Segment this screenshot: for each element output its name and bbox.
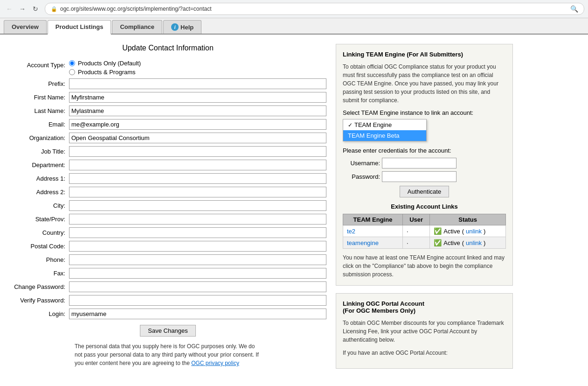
table-header-user: User bbox=[403, 214, 430, 225]
dropdown-item-team-engine[interactable]: ✓ TEAM Engine bbox=[343, 119, 426, 130]
state-field bbox=[69, 214, 326, 225]
organization-row: Organization: bbox=[9, 133, 326, 143]
last-name-row: Last Name: bbox=[9, 105, 326, 116]
account-table: TEAM Engine User Status te2 · ✅ bbox=[343, 214, 506, 249]
user-cell-te2: · bbox=[403, 225, 430, 237]
verify-password-input[interactable] bbox=[69, 295, 326, 306]
radio-products-programs-input[interactable] bbox=[69, 69, 75, 75]
status-cell-teamengine: ✅ Active (unlink) bbox=[430, 237, 506, 249]
team-engine-bottom-text: You now have at least one TEAM Engine ac… bbox=[343, 253, 506, 279]
phone-input[interactable] bbox=[69, 254, 326, 265]
first-name-row: First Name: bbox=[9, 92, 326, 103]
address-bar[interactable]: 🔒 ogc.org/sites/www.ogc.org/scripts/impl… bbox=[45, 3, 584, 15]
te2-link[interactable]: te2 bbox=[347, 228, 355, 235]
organization-input[interactable] bbox=[69, 133, 326, 143]
last-name-field bbox=[69, 105, 326, 116]
password-input[interactable] bbox=[382, 171, 457, 182]
login-row: Login: bbox=[9, 309, 326, 319]
organization-field bbox=[69, 133, 326, 143]
department-field bbox=[69, 160, 326, 170]
privacy-link[interactable]: OGC privacy policy bbox=[191, 360, 239, 366]
job-title-input[interactable] bbox=[69, 146, 326, 157]
country-row: Country: bbox=[9, 227, 326, 238]
city-row: City: bbox=[9, 200, 326, 211]
tab-compliance[interactable]: Compliance bbox=[112, 20, 162, 34]
engine-cell-te2: te2 bbox=[343, 225, 403, 237]
unlink-teamengine[interactable]: unlink bbox=[466, 239, 482, 246]
verify-password-field bbox=[69, 295, 326, 306]
credentials-label: Please enter credentials for the account… bbox=[343, 147, 506, 154]
state-label: State/Prov: bbox=[9, 214, 65, 223]
main-content: Update Contact Information Account Type:… bbox=[0, 35, 588, 386]
postal-code-label: Postal Code: bbox=[9, 241, 65, 250]
city-input[interactable] bbox=[69, 200, 326, 211]
nav-buttons: ← → ↻ bbox=[4, 3, 41, 14]
email-row: Email: bbox=[9, 119, 326, 130]
tab-overview[interactable]: Overview bbox=[4, 20, 47, 34]
radio-products-only-input[interactable] bbox=[69, 60, 75, 66]
fax-row: Fax: bbox=[9, 268, 326, 279]
first-name-input[interactable] bbox=[69, 92, 326, 103]
organization-label: Organization: bbox=[9, 133, 65, 141]
job-title-label: Job Title: bbox=[9, 146, 65, 155]
login-input[interactable] bbox=[69, 309, 326, 319]
back-button[interactable]: ← bbox=[4, 3, 15, 14]
fax-input[interactable] bbox=[69, 268, 326, 279]
address2-input[interactable] bbox=[69, 187, 326, 197]
change-password-field bbox=[69, 281, 326, 292]
tab-product-listings[interactable]: Product Listings bbox=[48, 20, 111, 35]
existing-accounts-title: Existing Account Links bbox=[343, 203, 506, 210]
radio-products-programs[interactable]: Products & Programs bbox=[69, 69, 326, 76]
table-row: teamengine · ✅ Active (unlink) bbox=[343, 237, 506, 249]
change-password-input[interactable] bbox=[69, 281, 326, 292]
url-text: ogc.org/sites/www.ogc.org/scripts/implem… bbox=[60, 6, 211, 12]
ogc-portal-desc: To obtain OGC Member discounts for you c… bbox=[343, 319, 506, 344]
username-input[interactable] bbox=[382, 158, 457, 168]
team-engine-title: Linking TEAM Engine (For All Submitters) bbox=[343, 51, 506, 58]
job-title-row: Job Title: bbox=[9, 146, 326, 157]
reload-button[interactable]: ↻ bbox=[30, 3, 41, 14]
prefix-row: Prefix: bbox=[9, 78, 326, 89]
state-input[interactable] bbox=[69, 214, 326, 225]
last-name-input[interactable] bbox=[69, 105, 326, 116]
radio-products-only[interactable]: Products Only (Default) bbox=[69, 60, 326, 67]
password-row: Password: bbox=[343, 171, 506, 182]
email-input[interactable] bbox=[69, 119, 326, 130]
authenticate-button[interactable]: Authenticate bbox=[400, 186, 449, 197]
tab-help[interactable]: i Help bbox=[163, 20, 201, 34]
login-field bbox=[69, 309, 326, 319]
department-input[interactable] bbox=[69, 160, 326, 170]
forward-button[interactable]: → bbox=[17, 3, 28, 14]
help-icon: i bbox=[171, 23, 179, 31]
email-label: Email: bbox=[9, 119, 65, 128]
save-button[interactable]: Save Changes bbox=[140, 325, 195, 337]
account-type-field: Products Only (Default) Products & Progr… bbox=[69, 60, 326, 76]
status-cell-te2: ✅ Active (unlink) bbox=[430, 225, 506, 237]
postal-code-input[interactable] bbox=[69, 241, 326, 252]
address2-row: Address 2: bbox=[9, 187, 326, 197]
prefix-input[interactable] bbox=[69, 78, 326, 89]
table-row: te2 · ✅ Active (unlink) bbox=[343, 225, 506, 237]
search-icon: 🔍 bbox=[570, 5, 578, 13]
email-field bbox=[69, 119, 326, 130]
country-input[interactable] bbox=[69, 227, 326, 238]
table-header-status: Status bbox=[430, 214, 506, 225]
last-name-label: Last Name: bbox=[9, 105, 65, 114]
privacy-text: The personal data that you supply here i… bbox=[75, 342, 261, 367]
team-engine-panel: Linking TEAM Engine (For All Submitters)… bbox=[336, 44, 513, 286]
engine-cell-teamengine: teamengine bbox=[343, 237, 403, 249]
unlink-te2[interactable]: unlink bbox=[466, 228, 482, 235]
department-label: Department: bbox=[9, 160, 65, 168]
login-label: Login: bbox=[9, 309, 65, 317]
phone-label: Phone: bbox=[9, 254, 65, 263]
ogc-portal-note: If you have an active OGC Portal Account… bbox=[343, 349, 506, 357]
right-panel: Linking TEAM Engine (For All Submitters)… bbox=[336, 44, 513, 376]
dropdown-item-team-engine-beta[interactable]: TEAM Engine Beta bbox=[343, 130, 426, 141]
team-engine-dropdown[interactable]: ✓ TEAM Engine TEAM Engine Beta bbox=[343, 119, 427, 141]
active-icon-te2: ✅ bbox=[434, 227, 442, 235]
form-title: Update Contact Information bbox=[9, 44, 326, 52]
username-row: Username: bbox=[343, 158, 506, 168]
teamengine-link[interactable]: teamengine bbox=[347, 239, 379, 246]
address1-input[interactable] bbox=[69, 173, 326, 184]
change-password-label: Change Password: bbox=[9, 281, 65, 290]
